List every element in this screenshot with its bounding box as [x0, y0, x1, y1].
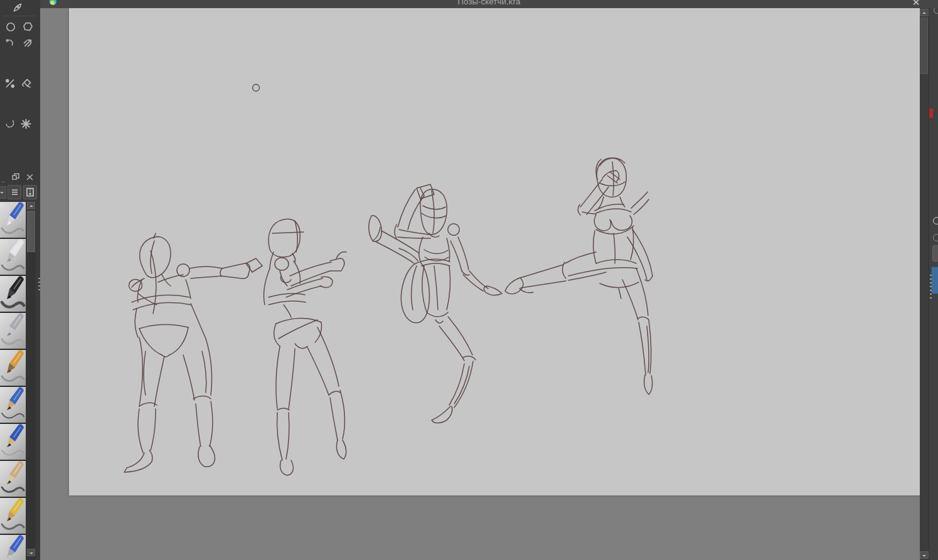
arrow-stroke-icon [22, 36, 34, 48]
ellipse-tool-button[interactable] [3, 19, 18, 34]
curve-tool-button[interactable] [3, 35, 18, 50]
freehand-path-tool-button[interactable] [10, 0, 25, 15]
canvas-viewport [40, 8, 920, 560]
left-panel: .. [0, 0, 40, 560]
triangle-up-icon [922, 12, 926, 14]
hamburger-icon [11, 188, 19, 196]
preset-scrollbar [26, 202, 36, 560]
close-icon [26, 173, 34, 181]
right-docker-edge [929, 8, 938, 560]
paint-bucket-icon [20, 77, 32, 89]
contiguous-selection-tool-button[interactable] [18, 116, 33, 131]
measure-tool-button[interactable] [3, 76, 18, 91]
preset-scrollbar-thumb[interactable] [27, 211, 35, 252]
brush-preset-pen-gray[interactable] [0, 313, 26, 349]
figure-guard-stance [264, 219, 346, 475]
canvas-document[interactable] [69, 8, 920, 495]
arc-icon [4, 37, 16, 48]
figure-side-kick [505, 158, 653, 394]
canvas-scroll-up-button[interactable] [920, 9, 929, 16]
brush-preset-ink-pen-white[interactable] [0, 239, 26, 275]
brush-preset-list [0, 202, 26, 560]
storage-resources-button[interactable] [23, 185, 37, 199]
docker-toolbar [0, 185, 40, 200]
subwindow-titlebar: Позы-скетчи.kra ✕ [40, 0, 938, 8]
dashed-lasso-icon [4, 118, 16, 129]
toolbox-separator [3, 16, 36, 16]
brush-preset-pencil-2b-tan[interactable] [0, 461, 26, 497]
drag-handle-dots[interactable] [930, 275, 932, 300]
float-docker-button[interactable] [10, 171, 21, 182]
preset-scroll-down-button[interactable] [27, 549, 35, 556]
measure-icon [4, 78, 16, 89]
brush-preset-eraser-blue-marker[interactable] [0, 202, 26, 238]
brush-cursor-outline [253, 85, 260, 92]
toolbox [0, 0, 40, 160]
partial-icon-ring [933, 217, 938, 225]
brush-preset-marker-black[interactable] [0, 276, 26, 312]
polygon-icon [22, 21, 34, 33]
docker-header: .. [0, 171, 40, 185]
outline-selection-tool-button[interactable] [3, 116, 18, 131]
document-title: Позы-скетчи.kra [40, 0, 938, 6]
partial-blue-panel [931, 267, 938, 294]
ellipse-icon [5, 21, 16, 33]
partial-icon-circle [934, 8, 938, 14]
magic-wand-icon [20, 118, 32, 130]
brush-preset-pencil-hb-blue[interactable] [0, 424, 26, 460]
preset-filter-dropdown[interactable] [0, 186, 6, 199]
pen-nib-icon [12, 2, 23, 13]
brush-preset-pencil-yellow-stub[interactable] [0, 498, 26, 534]
list-view-button[interactable] [8, 185, 21, 199]
triangle-down-icon [922, 555, 926, 557]
figure-back-punch [124, 233, 262, 472]
canvas-scroll-down-button[interactable] [920, 551, 929, 559]
partial-button[interactable] [932, 245, 938, 262]
krita-window: Позы-скетчи.kra ✕ [0, 0, 938, 560]
fill-tool-button[interactable] [18, 75, 33, 90]
brush-preset-fountain-pen-blue[interactable] [0, 535, 26, 560]
brush-preset-pencil-4b-blue[interactable] [0, 387, 26, 423]
docker-title: .. [1, 176, 5, 184]
canvas-scrollbar-thumb[interactable] [920, 18, 928, 74]
polygon-tool-button[interactable] [20, 19, 35, 34]
canvas-vertical-scrollbar [920, 8, 929, 560]
partial-icon-ring [933, 234, 938, 241]
close-docker-button[interactable] [24, 171, 35, 182]
partial-red-swatch [929, 108, 933, 118]
close-icon[interactable]: ✕ [910, 0, 922, 8]
triangle-down-icon [29, 552, 33, 554]
dynamic-brush-tool-button[interactable] [20, 34, 35, 50]
brush-presets-docker: .. [0, 160, 40, 560]
pose-sketches-drawing [69, 8, 920, 495]
figure-high-kick [369, 184, 502, 423]
triangle-up-icon [29, 205, 33, 207]
panel-splitter-handle[interactable] [38, 278, 40, 292]
brush-preset-paintbrush-round[interactable] [0, 350, 26, 386]
float-icon [11, 172, 20, 181]
zipper-box-icon [26, 188, 35, 197]
preset-scroll-up-button[interactable] [27, 202, 35, 209]
